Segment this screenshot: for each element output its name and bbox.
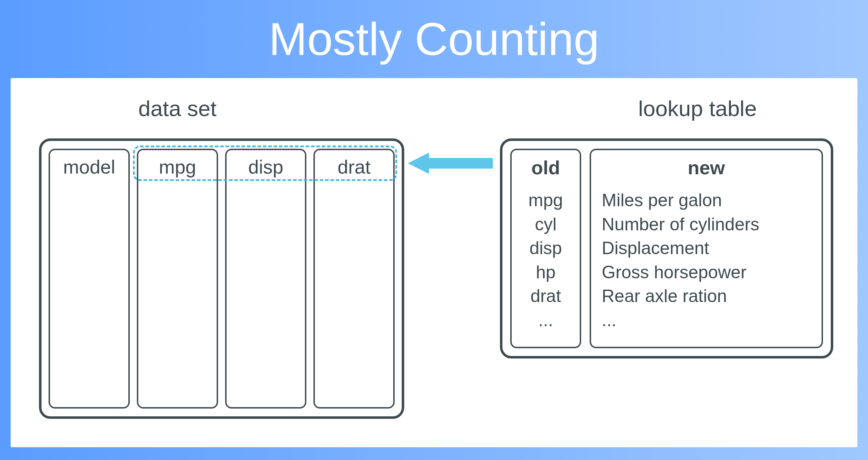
slide-header: Mostly Counting <box>0 0 868 78</box>
lookup-old-item: mpg <box>528 188 563 213</box>
lookup-table-box: old mpg cyl disp hp drat ... new Miles p… <box>500 138 833 358</box>
column-header: mpg <box>159 156 196 178</box>
lookup-old-header: old <box>532 157 560 179</box>
data-column-disp: disp <box>225 149 306 409</box>
column-header: model <box>63 156 115 178</box>
data-column-drat: drat <box>313 149 395 409</box>
lookup-new-item: Rear axle ration <box>602 284 811 308</box>
arrow-left-icon <box>408 151 493 176</box>
data-column-model: model <box>49 149 130 409</box>
lookup-section-label: lookup table <box>638 96 757 121</box>
svg-marker-0 <box>408 153 493 174</box>
dataset-section-label: data set <box>138 96 217 121</box>
lookup-new-item: Miles per galon <box>602 188 811 213</box>
column-header: disp <box>248 156 283 178</box>
lookup-new-item: Gross horsepower <box>602 261 811 285</box>
lookup-old-item: disp <box>529 236 562 261</box>
lookup-old-item: cyl <box>535 213 556 237</box>
lookup-new-item: ... <box>602 308 811 333</box>
lookup-old-column: old mpg cyl disp hp drat ... <box>510 149 581 348</box>
page-title: Mostly Counting <box>269 12 599 66</box>
lookup-new-item: Displacement <box>602 236 811 261</box>
lookup-old-item: hp <box>536 261 556 285</box>
lookup-new-column: new Miles per galon Number of cylinders … <box>590 149 823 348</box>
lookup-new-header: new <box>602 157 811 179</box>
column-header: drat <box>338 156 371 178</box>
dataset-box: model mpg disp drat <box>39 138 404 419</box>
lookup-new-item: Number of cylinders <box>602 213 811 237</box>
lookup-old-item: drat <box>530 284 561 308</box>
content-panel: data set lookup table model mpg disp dra… <box>11 78 857 447</box>
lookup-old-item: ... <box>538 308 553 333</box>
data-column-mpg: mpg <box>137 149 218 409</box>
